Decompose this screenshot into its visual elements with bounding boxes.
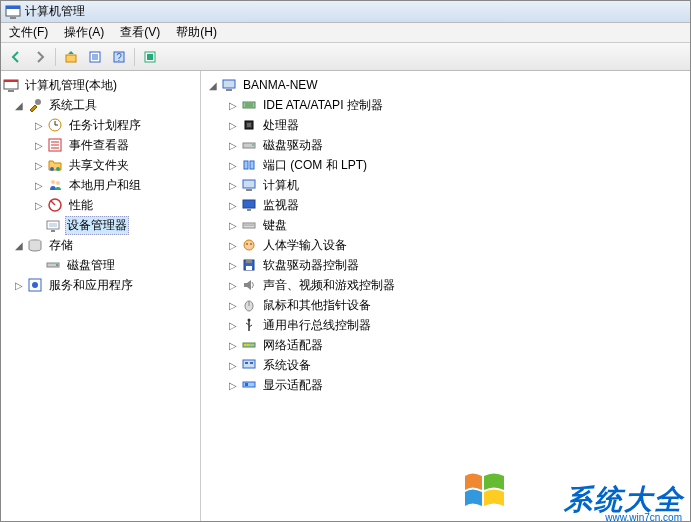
disk-label: 磁盘驱动器 <box>261 136 325 155</box>
tree-services-apps[interactable]: ▷ 服务和应用程序 <box>1 275 200 295</box>
svg-point-34 <box>56 264 58 266</box>
hid-label: 人体学输入设备 <box>261 236 349 255</box>
tree-task-scheduler[interactable]: ▷ 任务计划程序 <box>1 115 200 135</box>
device-tree: ◢ BANMA-NEW ▷IDE ATA/ATAPI 控制器 ▷处理器 ▷磁盘驱… <box>201 75 690 395</box>
expand-icon[interactable]: ▷ <box>227 379 239 391</box>
svg-point-15 <box>35 99 41 105</box>
expand-icon[interactable]: ▷ <box>33 119 45 131</box>
tree-local-users[interactable]: ▷ 本地用户和组 <box>1 175 200 195</box>
tree-device-manager[interactable]: 设备管理器 <box>1 215 200 235</box>
collapse-icon[interactable]: ◢ <box>13 99 25 111</box>
expand-icon[interactable]: ▷ <box>33 199 45 211</box>
expand-icon[interactable]: ▷ <box>227 239 239 251</box>
forward-button[interactable] <box>29 46 51 68</box>
tree-storage[interactable]: ◢ 存储 <box>1 235 200 255</box>
help-button[interactable]: ? <box>108 46 130 68</box>
clock-icon <box>47 117 63 133</box>
services-apps-label: 服务和应用程序 <box>47 276 135 295</box>
expand-icon[interactable]: ▷ <box>227 139 239 151</box>
device-floppy[interactable]: ▷软盘驱动器控制器 <box>201 255 690 275</box>
expand-icon[interactable]: ▷ <box>227 219 239 231</box>
expand-icon[interactable]: ▷ <box>227 319 239 331</box>
expand-icon[interactable]: ▷ <box>227 299 239 311</box>
device-mouse[interactable]: ▷鼠标和其他指针设备 <box>201 295 690 315</box>
sound-icon <box>241 277 257 293</box>
menu-file[interactable]: 文件(F) <box>5 22 52 43</box>
expand-icon[interactable]: ▷ <box>227 259 239 271</box>
device-cpu[interactable]: ▷处理器 <box>201 115 690 135</box>
svg-rect-51 <box>247 209 251 211</box>
system-label: 系统设备 <box>261 356 313 375</box>
up-button[interactable] <box>60 46 82 68</box>
device-computer[interactable]: ▷计算机 <box>201 175 690 195</box>
expand-icon[interactable]: ▷ <box>33 159 45 171</box>
expand-icon[interactable]: ▷ <box>227 199 239 211</box>
svg-rect-69 <box>244 344 246 346</box>
expand-icon[interactable]: ▷ <box>227 179 239 191</box>
svg-point-53 <box>245 225 246 226</box>
device-sound[interactable]: ▷声音、视频和游戏控制器 <box>201 275 690 295</box>
expand-icon[interactable]: ▷ <box>227 359 239 371</box>
expand-icon[interactable]: ▷ <box>227 119 239 131</box>
tree-event-viewer[interactable]: ▷ 事件查看器 <box>1 135 200 155</box>
device-root[interactable]: ◢ BANMA-NEW <box>201 75 690 95</box>
expand-icon[interactable]: ▷ <box>227 159 239 171</box>
collapse-icon[interactable]: ◢ <box>13 239 25 251</box>
expand-icon[interactable]: ▷ <box>227 279 239 291</box>
device-root-label: BANMA-NEW <box>241 77 320 93</box>
tree-system-tools[interactable]: ◢ 系统工具 <box>1 95 200 115</box>
expand-icon[interactable]: ▷ <box>227 99 239 111</box>
device-display[interactable]: ▷显示适配器 <box>201 375 690 395</box>
task-scheduler-label: 任务计划程序 <box>67 116 143 135</box>
tools-icon <box>27 97 43 113</box>
device-hid[interactable]: ▷人体学输入设备 <box>201 235 690 255</box>
svg-rect-75 <box>245 383 248 386</box>
tree-root[interactable]: 计算机管理(本地) <box>1 75 200 95</box>
device-system[interactable]: ▷系统设备 <box>201 355 690 375</box>
display-icon <box>241 377 257 393</box>
device-usb[interactable]: ▷通用串行总线控制器 <box>201 315 690 335</box>
performance-icon <box>47 197 63 213</box>
properties-button[interactable] <box>84 46 106 68</box>
device-network[interactable]: ▷网络适配器 <box>201 335 690 355</box>
disk-mgmt-icon <box>45 257 61 273</box>
monitor-label: 监视器 <box>261 196 301 215</box>
device-keyboard[interactable]: ▷键盘 <box>201 215 690 235</box>
users-icon <box>47 177 63 193</box>
ide-icon <box>241 97 257 113</box>
svg-rect-3 <box>66 55 76 62</box>
device-monitor[interactable]: ▷监视器 <box>201 195 690 215</box>
back-button[interactable] <box>5 46 27 68</box>
svg-rect-31 <box>51 230 55 232</box>
menu-view[interactable]: 查看(V) <box>116 22 164 43</box>
mouse-label: 鼠标和其他指针设备 <box>261 296 373 315</box>
svg-point-59 <box>246 243 248 245</box>
svg-rect-37 <box>223 80 235 88</box>
local-users-label: 本地用户和组 <box>67 176 143 195</box>
expand-icon[interactable]: ▷ <box>13 279 25 291</box>
storage-label: 存储 <box>47 236 75 255</box>
ports-icon <box>241 157 257 173</box>
svg-rect-13 <box>4 80 18 82</box>
nav-tree: 计算机管理(本地) ◢ 系统工具 ▷ 任务计划程序 <box>1 75 200 295</box>
expand-icon[interactable]: ▷ <box>227 339 239 351</box>
svg-rect-43 <box>247 123 251 127</box>
view-button[interactable] <box>139 46 161 68</box>
device-ide[interactable]: ▷IDE ATA/ATAPI 控制器 <box>201 95 690 115</box>
menu-help[interactable]: 帮助(H) <box>172 22 221 43</box>
collapse-icon[interactable]: ◢ <box>207 79 219 91</box>
menu-action[interactable]: 操作(A) <box>60 22 108 43</box>
device-disk[interactable]: ▷磁盘驱动器 <box>201 135 690 155</box>
tree-disk-mgmt[interactable]: 磁盘管理 <box>1 255 200 275</box>
expand-icon[interactable]: ▷ <box>33 139 45 151</box>
svg-rect-74 <box>243 382 255 387</box>
event-icon <box>47 137 63 153</box>
svg-rect-1 <box>6 6 20 9</box>
tree-shared-folders[interactable]: ▷ 共享文件夹 <box>1 155 200 175</box>
svg-point-67 <box>248 319 251 322</box>
expand-icon[interactable]: ▷ <box>33 179 45 191</box>
tree-performance[interactable]: ▷ 性能 <box>1 195 200 215</box>
device-ports[interactable]: ▷端口 (COM 和 LPT) <box>201 155 690 175</box>
svg-rect-72 <box>245 362 248 364</box>
title-bar[interactable]: 计算机管理 <box>1 1 690 23</box>
